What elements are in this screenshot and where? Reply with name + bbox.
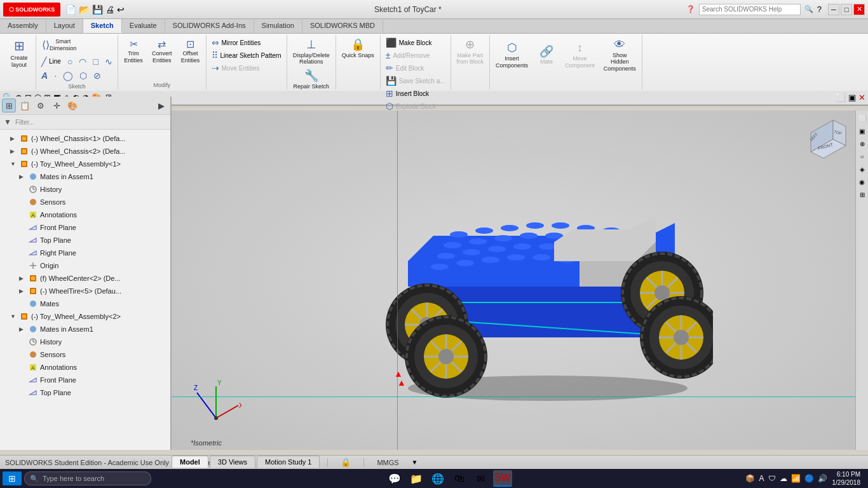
create-layout-button[interactable]: ⊞ Create layout bbox=[6, 36, 32, 71]
expand-view[interactable]: ⬜ bbox=[836, 93, 846, 102]
tree-item-front_plane_2[interactable]: Front Plane bbox=[1, 374, 169, 386]
taskbar-app-explorer[interactable]: 📁 bbox=[407, 470, 426, 487]
start-button[interactable]: ⊞ bbox=[3, 471, 22, 485]
tree-item-wheel_chassis_2[interactable]: ▶(-) Wheel_Chassis<2> (Defa... bbox=[1, 145, 169, 158]
tree-item-sensors_2[interactable]: Sensors bbox=[1, 348, 169, 361]
line-tool[interactable]: ╱Line bbox=[39, 55, 64, 68]
tree-item-top_plane_1[interactable]: Top Plane bbox=[1, 234, 169, 247]
close-button[interactable]: ✕ bbox=[853, 4, 865, 15]
spline-tool[interactable]: ∿ bbox=[102, 55, 115, 68]
tab-evaluate[interactable]: Evaluate bbox=[122, 19, 165, 33]
trim-entities-button[interactable]: ✂ Trim Entities bbox=[121, 36, 146, 66]
tab-simulation[interactable]: Simulation bbox=[254, 19, 302, 33]
taskbar-app-edge[interactable]: 🌐 bbox=[428, 470, 447, 487]
text-tool[interactable]: A bbox=[39, 69, 50, 82]
mirror-entities-button[interactable]: ⇔Mirror Entities bbox=[209, 36, 284, 49]
tab-3dviews[interactable]: 3D Views bbox=[210, 456, 255, 468]
tab-addins[interactable]: SOLIDWORKS Add-Ins bbox=[165, 19, 254, 33]
linear-pattern-button[interactable]: ⠿Linear Sketch Pattern bbox=[209, 49, 284, 62]
maximize-button[interactable]: □ bbox=[841, 4, 852, 15]
viewport[interactable]: ▲ bbox=[172, 111, 855, 450]
panel-tab-config[interactable]: ⚙ bbox=[34, 98, 48, 112]
ellipse-tool[interactable]: ◯ bbox=[60, 69, 76, 82]
save-sketch-button[interactable]: 💾Save Sketch a... bbox=[383, 74, 448, 87]
minimize-button[interactable]: ─ bbox=[828, 4, 839, 15]
smart-dimension-button[interactable]: ⟨⟩ Smart Dimension bbox=[39, 36, 80, 54]
arc-tool[interactable]: ◠ bbox=[76, 55, 89, 68]
offset-entities-button[interactable]: ⊡ Offset Entities bbox=[178, 36, 203, 66]
tree-item-mates_assem1_1[interactable]: ▶Mates in Assem1 bbox=[1, 170, 169, 183]
panel-tab-feature-manager[interactable]: ⊞ bbox=[2, 98, 16, 112]
rt-btn-3[interactable]: ⊕ bbox=[857, 139, 867, 149]
tree-item-wheelcenter_2[interactable]: ▶(f) WheelCenter<2> (De... bbox=[1, 272, 169, 285]
rt-btn-6[interactable]: ◉ bbox=[857, 177, 867, 187]
centerline-tool[interactable]: ⊘ bbox=[91, 69, 104, 82]
tree-item-annotations_2[interactable]: AAnnotations bbox=[1, 361, 169, 374]
undo-button[interactable]: ↩ bbox=[117, 4, 125, 15]
save-button[interactable]: 💾 bbox=[92, 4, 103, 15]
tree-arrow-wheeltire_5[interactable]: ▶ bbox=[19, 288, 28, 294]
tree-item-front_plane_1[interactable]: Front Plane bbox=[1, 221, 169, 234]
open-button[interactable]: 📂 bbox=[79, 4, 90, 15]
add-remove-button[interactable]: ±Add/Remove bbox=[383, 49, 448, 62]
panel-resize-handle[interactable] bbox=[168, 97, 172, 450]
circle-tool[interactable]: ○ bbox=[65, 55, 75, 68]
move-entities-button[interactable]: ⇢Move Entities bbox=[209, 62, 284, 74]
panel-tab-appearance[interactable]: 🎨 bbox=[65, 98, 79, 112]
tree-item-annotations_1[interactable]: AAnnotations bbox=[1, 208, 169, 221]
taskbar-app-mail[interactable]: ✉ bbox=[471, 470, 491, 487]
tab-mbd[interactable]: SOLIDWORKS MBD bbox=[302, 19, 383, 33]
tree-arrow-mates_assem1_1[interactable]: ▶ bbox=[19, 173, 28, 180]
quick-snaps-button[interactable]: 🔒 Quick Snaps bbox=[339, 36, 377, 60]
tree-arrow-wheelcenter_2[interactable]: ▶ bbox=[19, 275, 28, 281]
rect-tool[interactable]: □ bbox=[90, 55, 100, 68]
status-units-expand[interactable]: ▼ bbox=[412, 459, 418, 466]
panel-tab-property[interactable]: 📋 bbox=[18, 98, 32, 112]
convert-entities-button[interactable]: ⇄ Convert Entities bbox=[149, 36, 175, 66]
restore-view[interactable]: ▣ bbox=[848, 93, 856, 102]
point-tool[interactable]: · bbox=[51, 69, 59, 82]
insert-components-button[interactable]: ⬡ Insert Components bbox=[492, 36, 531, 74]
tree-item-history_2[interactable]: History bbox=[1, 336, 169, 348]
close-view[interactable]: ✕ bbox=[858, 93, 865, 102]
polygon-tool[interactable]: ⬡ bbox=[77, 69, 90, 82]
print-button[interactable]: 🖨 bbox=[105, 4, 114, 15]
tab-sketch[interactable]: Sketch bbox=[83, 19, 122, 33]
tree-arrow-toy_wheel_assy_2[interactable]: ▼ bbox=[10, 313, 19, 320]
new-button[interactable]: 📄 bbox=[65, 4, 76, 15]
tree-arrow-wheel_chassis_2[interactable]: ▶ bbox=[10, 148, 19, 154]
panel-tab-dimetab[interactable]: ✛ bbox=[50, 98, 64, 112]
tree-item-mates_assem1_2[interactable]: ▶Mates in Assem1 bbox=[1, 323, 169, 336]
edit-block-button[interactable]: ✏Edit Block bbox=[383, 62, 448, 74]
move-component-button[interactable]: ↕ Move Component bbox=[562, 36, 598, 74]
taskbar-search[interactable]: 🔍 Type here to search bbox=[24, 471, 151, 485]
rt-btn-5[interactable]: ◈ bbox=[857, 164, 867, 174]
tree-item-wheeltire_5[interactable]: ▶(-) WheelTire<5> (Defau... bbox=[1, 285, 169, 297]
help-search[interactable] bbox=[699, 4, 801, 15]
view-cube[interactable]: FRONT LEFT TOP bbox=[798, 117, 849, 168]
tree-item-wheel_chassis_1[interactable]: ▶(-) Wheel_Chassis<1> (Defa... bbox=[1, 132, 169, 145]
tree-item-sensors_1[interactable]: Sensors bbox=[1, 196, 169, 208]
tab-motion-study[interactable]: Motion Study 1 bbox=[257, 456, 320, 468]
tree-item-toy_wheel_assy_2[interactable]: ▼(-) Toy_Wheel_Assembly<2> bbox=[1, 310, 169, 323]
rt-btn-1[interactable]: ⬜ bbox=[857, 113, 867, 123]
help-question[interactable]: ? bbox=[817, 4, 822, 14]
tree-arrow-toy_wheel_assy_1[interactable]: ▼ bbox=[10, 161, 19, 167]
status-lock-icon[interactable]: 🔒 bbox=[341, 458, 351, 467]
tree-item-mates_1[interactable]: Mates bbox=[1, 297, 169, 310]
panel-expand-arrow[interactable]: ▶ bbox=[154, 98, 168, 112]
search-icon[interactable]: 🔍 bbox=[804, 5, 813, 13]
tree-item-origin_1[interactable]: Origin bbox=[1, 259, 169, 272]
show-hidden-button[interactable]: 👁 Show Hidden Components bbox=[600, 36, 639, 74]
make-part-button[interactable]: ⊕ Make Part from Block bbox=[454, 36, 487, 67]
display-delete-relations-button[interactable]: ⊥ Display/Delete Relations bbox=[290, 36, 333, 67]
tree-item-top_plane_2[interactable]: Top Plane bbox=[1, 386, 169, 399]
rt-btn-2[interactable]: ▣ bbox=[857, 126, 867, 136]
tree-item-right_plane_1[interactable]: Right Plane bbox=[1, 247, 169, 259]
tab-model[interactable]: Model bbox=[172, 456, 208, 468]
taskbar-app-store[interactable]: 🛍 bbox=[450, 470, 469, 487]
tab-assembly[interactable]: Assembly bbox=[0, 19, 46, 33]
taskbar-app-cortana[interactable]: 💬 bbox=[385, 470, 404, 487]
tree-item-history_1[interactable]: History bbox=[1, 183, 169, 196]
tree-arrow-mates_assem1_2[interactable]: ▶ bbox=[19, 326, 28, 332]
